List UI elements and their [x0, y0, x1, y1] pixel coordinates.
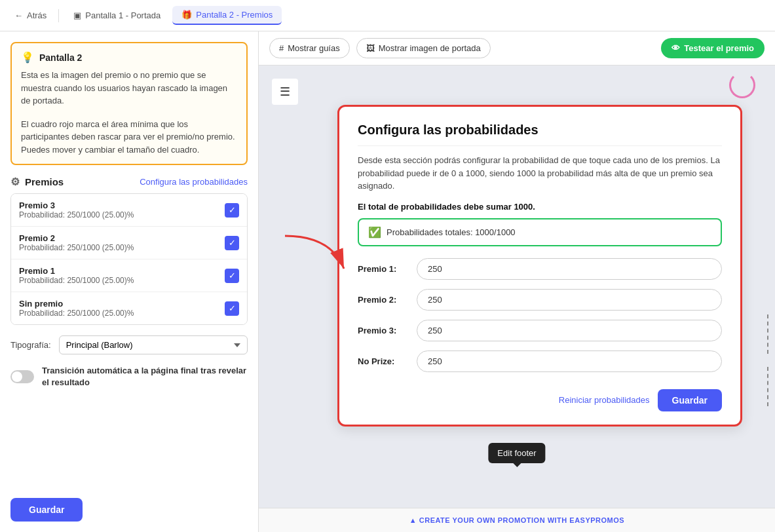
- prize-name-noprize: Sin premio: [19, 299, 134, 309]
- configure-link[interactable]: Configura las probabilidades: [140, 177, 248, 187]
- prize-list: Premio 3 Probabilidad: 250/1000 (25.00)%…: [10, 193, 248, 325]
- toolbar-left: # Mostrar guías 🖼 Mostrar imagen de port…: [269, 38, 491, 58]
- prize-field-3: Premio 3:: [358, 320, 722, 341]
- show-cover-label: Mostrar imagen de portada: [379, 43, 481, 53]
- tab2-label: Pantalla 2 - Premios: [196, 10, 273, 20]
- prize-field-label-3: Premio 3:: [358, 326, 417, 335]
- tab-pantalla1[interactable]: ▣ Pantalla 1 - Portada: [64, 7, 170, 24]
- show-cover-button[interactable]: 🖼 Mostrar imagen de portada: [356, 38, 491, 58]
- reset-probabilities-button[interactable]: Reiniciar probabilidades: [559, 395, 650, 405]
- prize-info-1: Premio 1 Probabilidad: 250/1000 (25.00)%: [19, 266, 134, 285]
- modal-divider: [358, 145, 722, 146]
- top-nav: ← Atrás ▣ Pantalla 1 - Portada 🎁 Pantall…: [0, 0, 775, 31]
- prize2-checkbox[interactable]: [225, 236, 239, 250]
- prize-field-input-1[interactable]: [417, 258, 722, 280]
- prize-item-1: Premio 1 Probabilidad: 250/1000 (25.00)%: [11, 259, 247, 292]
- back-icon: ←: [14, 10, 23, 20]
- pantalla2-icon: 🎁: [181, 10, 192, 20]
- dashed-line-right-1: [767, 314, 768, 354]
- toggle-knob: [12, 371, 22, 382]
- prize-prob-2: Probabilidad: 250/1000 (25.00)%: [19, 243, 134, 252]
- tab-pantalla2[interactable]: 🎁 Pantalla 2 - Premios: [172, 6, 282, 25]
- prize-prob-noprize: Probabilidad: 250/1000 (25.00)%: [19, 309, 134, 318]
- main-layout: 💡 Pantalla 2 Esta es la imagen del premi…: [0, 31, 775, 532]
- right-panel: # Mostrar guías 🖼 Mostrar imagen de port…: [259, 31, 775, 532]
- test-prize-label: Testear el premio: [684, 43, 754, 53]
- right-toolbar: # Mostrar guías 🖼 Mostrar imagen de port…: [259, 31, 775, 66]
- pantalla1-icon: ▣: [73, 10, 81, 20]
- prize-item-2: Premio 2 Probabilidad: 250/1000 (25.00)%: [11, 227, 247, 259]
- badge-text: Probabilidades totales: 1000/1000: [387, 227, 516, 237]
- back-button[interactable]: ← Atrás: [8, 7, 53, 24]
- show-guides-button[interactable]: # Mostrar guías: [269, 38, 350, 58]
- typography-select[interactable]: Principal (Barlow) Secundaria Monospace: [59, 335, 248, 354]
- prize-name-2: Premio 2: [19, 233, 134, 243]
- toggle-row: Transición automática a la página final …: [10, 365, 248, 389]
- back-label: Atrás: [27, 10, 47, 20]
- prize-prob-1: Probabilidad: 250/1000 (25.00)%: [19, 276, 134, 285]
- tab1-label: Pantalla 1 - Portada: [85, 10, 161, 20]
- footer-text: ▲ CREATE YOUR OWN PROMOTION WITH EASYPRO…: [409, 516, 624, 524]
- modal-total-label: El total de probabilidades debe sumar 10…: [358, 202, 722, 212]
- prizes-title: Premios: [25, 176, 64, 187]
- modal-save-button[interactable]: Guardar: [658, 389, 722, 411]
- info-box-text2: El cuadro rojo marca el área mínima que …: [21, 118, 237, 157]
- typography-label: Tipografía:: [10, 340, 51, 350]
- edit-footer-label: Edit footer: [497, 448, 536, 458]
- edit-footer-tooltip[interactable]: Edit footer: [488, 443, 545, 463]
- auto-transition-toggle[interactable]: [10, 370, 34, 383]
- dashed-line-right-2: [767, 367, 768, 406]
- cover-icon: 🖼: [366, 43, 375, 53]
- modal-footer: Reiniciar probabilidades Guardar: [358, 381, 722, 411]
- prize-field-input-2[interactable]: [417, 289, 722, 311]
- hamburger-menu[interactable]: ☰: [272, 79, 298, 105]
- prize-item-noprize: Sin premio Probabilidad: 250/1000 (25.00…: [11, 292, 247, 324]
- footer-bar[interactable]: ▲ CREATE YOUR OWN PROMOTION WITH EASYPRO…: [259, 508, 775, 532]
- prize3-checkbox[interactable]: [225, 203, 239, 218]
- prize-field-1: Premio 1:: [358, 258, 722, 280]
- gear-icon: ⚙: [10, 176, 20, 188]
- success-badge: ✅ Probabilidades totales: 1000/1000: [358, 218, 722, 246]
- prize-info-3: Premio 3 Probabilidad: 250/1000 (25.00)%: [19, 200, 134, 219]
- save-button-left[interactable]: Guardar: [10, 498, 83, 522]
- toggle-label: Transición automática a la página final …: [42, 365, 248, 389]
- noprize-checkbox[interactable]: [225, 301, 239, 316]
- probability-modal: Configura las probabilidades Desde esta …: [337, 105, 742, 427]
- left-bottom: Guardar: [10, 487, 248, 522]
- prize-field-label-1: Premio 1:: [358, 264, 417, 274]
- guides-icon: #: [279, 43, 284, 53]
- typography-row: Tipografía: Principal (Barlow) Secundari…: [10, 335, 248, 354]
- prize-name-1: Premio 1: [19, 266, 134, 276]
- section-header: ⚙ Premios Configura las probabilidades: [10, 176, 248, 188]
- nav-separator: [58, 9, 59, 22]
- prize-info-2: Premio 2 Probabilidad: 250/1000 (25.00)%: [19, 233, 134, 252]
- eye-icon: 👁: [671, 43, 680, 53]
- info-box: 💡 Pantalla 2 Esta es la imagen del premi…: [10, 42, 248, 165]
- canvas-area: ☰ Configura las probabilidades Desde est…: [259, 66, 775, 508]
- prize-field-noprize: No Prize:: [358, 351, 722, 372]
- modal-description: Desde esta sección podrás configurar la …: [358, 154, 722, 193]
- prize-name-3: Premio 3: [19, 200, 134, 210]
- prize-field-label-noprize: No Prize:: [358, 356, 417, 366]
- prize-field-label-2: Premio 2:: [358, 295, 417, 305]
- bulb-icon: 💡: [21, 51, 34, 64]
- deco-circle: [729, 72, 755, 98]
- prize-field-input-3[interactable]: [417, 320, 722, 341]
- info-box-title: 💡 Pantalla 2: [21, 51, 237, 64]
- prize-field-input-noprize[interactable]: [417, 351, 722, 372]
- prize1-checkbox[interactable]: [225, 269, 239, 283]
- prize-field-2: Premio 2:: [358, 289, 722, 311]
- section-title: ⚙ Premios: [10, 176, 64, 188]
- prize-prob-3: Probabilidad: 250/1000 (25.00)%: [19, 210, 134, 219]
- info-box-heading: Pantalla 2: [39, 52, 82, 63]
- modal-title: Configura las probabilidades: [358, 123, 722, 138]
- prize-info-noprize: Sin premio Probabilidad: 250/1000 (25.00…: [19, 299, 134, 318]
- show-guides-label: Mostrar guías: [288, 43, 339, 53]
- info-box-text1: Esta es la imagen del premio o no premio…: [21, 69, 237, 107]
- prize-item-3: Premio 3 Probabilidad: 250/1000 (25.00)%: [11, 194, 247, 227]
- prizes-section: ⚙ Premios Configura las probabilidades P…: [10, 176, 248, 325]
- test-prize-button[interactable]: 👁 Testear el premio: [661, 38, 765, 58]
- check-icon: ✅: [368, 226, 381, 238]
- left-panel: 💡 Pantalla 2 Esta es la imagen del premi…: [0, 31, 259, 532]
